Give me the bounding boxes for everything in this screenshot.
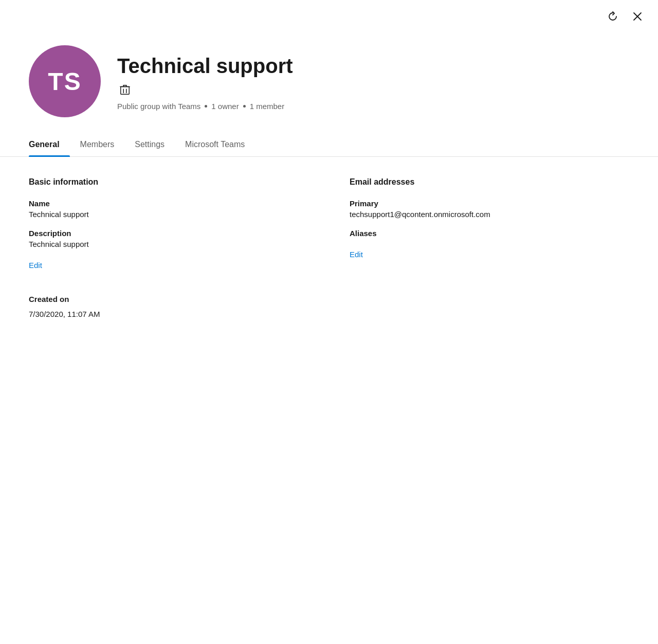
group-meta: Public group with Teams 1 owner 1 member (117, 102, 293, 111)
tabs-section: General Members Settings Microsoft Teams (0, 134, 658, 157)
header-info: Technical support Public group with Team… (117, 45, 293, 111)
tab-settings[interactable]: Settings (124, 134, 175, 156)
content-section: Basic information Name Technical support… (0, 177, 658, 270)
name-label: Name (29, 199, 308, 208)
description-label: Description (29, 229, 308, 238)
basic-information-title: Basic information (29, 177, 308, 187)
owner-count: 1 owner (211, 102, 239, 111)
tab-general[interactable]: General (29, 134, 70, 156)
avatar: TS (29, 45, 101, 117)
meta-dot-1 (205, 105, 207, 108)
member-count: 1 member (250, 102, 285, 111)
primary-value: techsupport1@qcontent.onmicrosoft.com (350, 210, 629, 219)
delete-button[interactable] (117, 82, 293, 98)
close-icon (633, 12, 642, 21)
email-edit-link[interactable]: Edit (350, 250, 363, 259)
aliases-field: Aliases (350, 229, 629, 238)
description-field: Description Technical support (29, 229, 308, 248)
top-bar (0, 0, 658, 33)
created-section: Created on 7/30/2020, 11:07 AM (0, 270, 658, 318)
refresh-icon (608, 11, 618, 22)
group-type: Public group with Teams (117, 102, 200, 111)
primary-email-field: Primary techsupport1@qcontent.onmicrosof… (350, 199, 629, 219)
created-label: Created on (29, 295, 629, 303)
email-addresses-title: Email addresses (350, 177, 629, 187)
close-button[interactable] (629, 8, 646, 25)
email-addresses-column: Email addresses Primary techsupport1@qco… (350, 177, 629, 270)
trash-icon (119, 84, 131, 96)
basic-info-edit-link[interactable]: Edit (29, 261, 42, 270)
header-section: TS Technical support Public group with T… (0, 33, 658, 134)
created-value: 7/30/2020, 11:07 AM (29, 310, 629, 318)
svg-rect-2 (121, 87, 130, 95)
avatar-initials: TS (48, 67, 81, 96)
name-field: Name Technical support (29, 199, 308, 219)
tab-microsoft-teams[interactable]: Microsoft Teams (175, 134, 255, 156)
aliases-label: Aliases (350, 229, 629, 238)
description-value: Technical support (29, 240, 308, 248)
basic-information-column: Basic information Name Technical support… (29, 177, 308, 270)
primary-label: Primary (350, 199, 629, 208)
refresh-button[interactable] (605, 8, 621, 25)
meta-dot-2 (243, 105, 246, 108)
name-value: Technical support (29, 210, 308, 219)
tab-members[interactable]: Members (70, 134, 125, 156)
group-title: Technical support (117, 53, 293, 78)
